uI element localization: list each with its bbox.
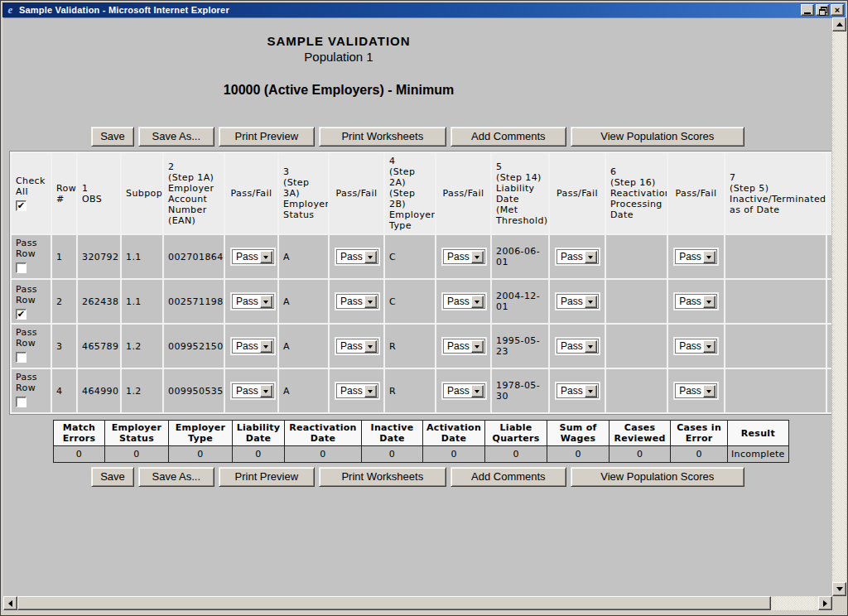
print-preview-button[interactable]: Print Preview xyxy=(219,467,315,487)
ean-value: 002701864 xyxy=(164,235,224,278)
summary-result-value: Incomplete xyxy=(728,446,789,463)
dropdown-arrow-icon[interactable] xyxy=(364,251,377,263)
save-as-button[interactable]: Save As... xyxy=(138,467,214,487)
dropdown-arrow-icon[interactable] xyxy=(260,251,272,263)
dropdown-arrow-icon[interactable] xyxy=(471,340,484,353)
dropdown-arrow-icon[interactable] xyxy=(260,340,272,353)
horizontal-scroll-thumb[interactable] xyxy=(17,596,771,610)
horizontal-scrollbar[interactable] xyxy=(3,596,832,610)
pass-row-checkbox[interactable]: ✔ xyxy=(16,309,26,320)
summary-value: 0 xyxy=(362,446,423,463)
pass-fail-select[interactable]: Pass xyxy=(675,383,717,398)
save-button[interactable]: Save xyxy=(91,127,134,147)
pass-fail-select[interactable]: Pass xyxy=(675,294,717,309)
pass-fail-select[interactable]: Pass xyxy=(336,339,378,354)
pass-fail-select[interactable]: Pass xyxy=(675,249,717,264)
pass-fail-select[interactable]: Pass xyxy=(232,294,274,309)
dropdown-arrow-icon[interactable] xyxy=(703,251,716,263)
page-content: SAMPLE VALIDATION Population 1 10000 (Ac… xyxy=(3,17,832,596)
pass-fail-select[interactable]: Pass xyxy=(232,339,274,354)
pass-fail-select[interactable]: Pass xyxy=(232,383,274,398)
obs-value: 262438 xyxy=(78,280,120,323)
minimize-button[interactable] xyxy=(801,4,814,16)
pass-fail-select[interactable]: Pass xyxy=(232,249,274,264)
vertical-scrollbar[interactable] xyxy=(832,17,846,596)
dropdown-arrow-icon[interactable] xyxy=(471,251,484,263)
col-header-pass-fail: Pass/Fail xyxy=(330,153,383,233)
view-population-scores-button[interactable]: View Population Scores xyxy=(571,127,744,147)
inactive-date-value xyxy=(725,369,826,412)
dropdown-arrow-icon[interactable] xyxy=(585,340,597,353)
summary-value: 0 xyxy=(169,446,233,463)
select-value: Pass xyxy=(337,385,364,397)
scroll-up-button[interactable] xyxy=(832,17,846,31)
restore-button[interactable] xyxy=(816,4,829,16)
pass-fail-select[interactable]: Pass xyxy=(443,339,485,354)
scroll-up-icon xyxy=(836,19,843,26)
dropdown-arrow-icon[interactable] xyxy=(703,296,716,308)
population-subtitle: 10000 (Active Employers) - Minimum xyxy=(3,83,674,98)
dropdown-arrow-icon[interactable] xyxy=(260,385,272,397)
pass-fail-select[interactable]: Pass xyxy=(443,249,485,264)
pass-fail-select[interactable]: Pass xyxy=(336,294,378,309)
close-button[interactable]: × xyxy=(831,4,844,16)
view-population-scores-button[interactable]: View Population Scores xyxy=(571,467,744,487)
table-row: Pass Row ✔ 2 262438 1.1 002571198 Pass A… xyxy=(12,280,831,323)
dropdown-arrow-icon[interactable] xyxy=(585,385,597,397)
reactivation-date-value xyxy=(606,280,667,323)
add-comments-button[interactable]: Add Comments xyxy=(450,127,566,147)
summary-header: Reactivation Date xyxy=(285,421,362,446)
inactive-date-value xyxy=(725,280,826,323)
pass-fail-select[interactable]: Pass xyxy=(556,294,599,309)
save-as-button[interactable]: Save As... xyxy=(138,127,214,147)
save-button[interactable]: Save xyxy=(91,467,134,487)
print-preview-button[interactable]: Print Preview xyxy=(219,127,315,147)
employer-type-value: R xyxy=(385,369,435,412)
dropdown-arrow-icon[interactable] xyxy=(585,251,597,263)
pass-row-checkbox[interactable] xyxy=(16,352,26,363)
col-header-employer-status: 3 (Step 3A) Employer Status xyxy=(279,153,328,233)
pass-fail-select[interactable]: Pass xyxy=(675,339,717,354)
pass-fail-select[interactable]: Pass xyxy=(556,339,599,354)
dropdown-arrow-icon[interactable] xyxy=(260,296,272,308)
employer-type-value: R xyxy=(385,325,435,368)
summary-value: 0 xyxy=(105,446,169,463)
dropdown-arrow-icon[interactable] xyxy=(703,385,716,397)
page-heading: SAMPLE VALIDATION Population 1 xyxy=(3,34,674,64)
pass-fail-select[interactable]: Pass xyxy=(443,383,485,398)
dropdown-arrow-icon[interactable] xyxy=(471,296,484,308)
print-worksheets-button[interactable]: Print Worksheets xyxy=(319,467,446,487)
internet-explorer-icon[interactable]: e xyxy=(4,4,17,16)
scroll-down-button[interactable] xyxy=(832,582,846,596)
pass-row-checkbox[interactable] xyxy=(16,397,26,407)
pass-row-checkbox[interactable] xyxy=(16,262,26,273)
dropdown-arrow-icon[interactable] xyxy=(364,385,377,397)
dropdown-arrow-icon[interactable] xyxy=(703,340,716,353)
scroll-right-button[interactable] xyxy=(818,596,832,610)
check-all-label: Check All xyxy=(16,176,46,197)
pass-row-label: Pass Row xyxy=(16,372,46,393)
check-all-checkbox[interactable]: ✔ xyxy=(16,200,26,211)
pass-fail-select[interactable]: Pass xyxy=(443,294,485,309)
pass-fail-select[interactable]: Pass xyxy=(556,383,599,398)
pass-fail-select[interactable]: Pass xyxy=(336,383,378,398)
dropdown-arrow-icon[interactable] xyxy=(364,296,377,308)
pass-fail-select[interactable]: Pass xyxy=(336,249,378,264)
add-comments-button[interactable]: Add Comments xyxy=(450,467,566,487)
dropdown-arrow-icon[interactable] xyxy=(364,340,377,353)
dropdown-arrow-icon[interactable] xyxy=(585,296,597,308)
validation-grid: Check All ✔ Row # 1 OBS Subpop 2 (Step 1… xyxy=(9,151,831,415)
obs-value: 465789 xyxy=(78,325,120,368)
dropdown-arrow-icon[interactable] xyxy=(471,385,484,397)
print-worksheets-button[interactable]: Print Worksheets xyxy=(319,127,446,147)
scroll-left-button[interactable] xyxy=(3,596,17,610)
summary-header-row: Match Errors Employer Status Employer Ty… xyxy=(54,421,789,446)
summary-header: Liability Date xyxy=(233,421,285,446)
summary-header: Employer Status xyxy=(105,421,169,446)
summary-value: 0 xyxy=(610,446,671,463)
title-bar[interactable]: e Sample Validation - Microsoft Internet… xyxy=(2,2,846,17)
select-value: Pass xyxy=(557,251,585,262)
ean-value: 009950535 xyxy=(164,369,224,412)
summary-header: Result xyxy=(728,421,789,446)
pass-fail-select[interactable]: Pass xyxy=(556,249,599,264)
